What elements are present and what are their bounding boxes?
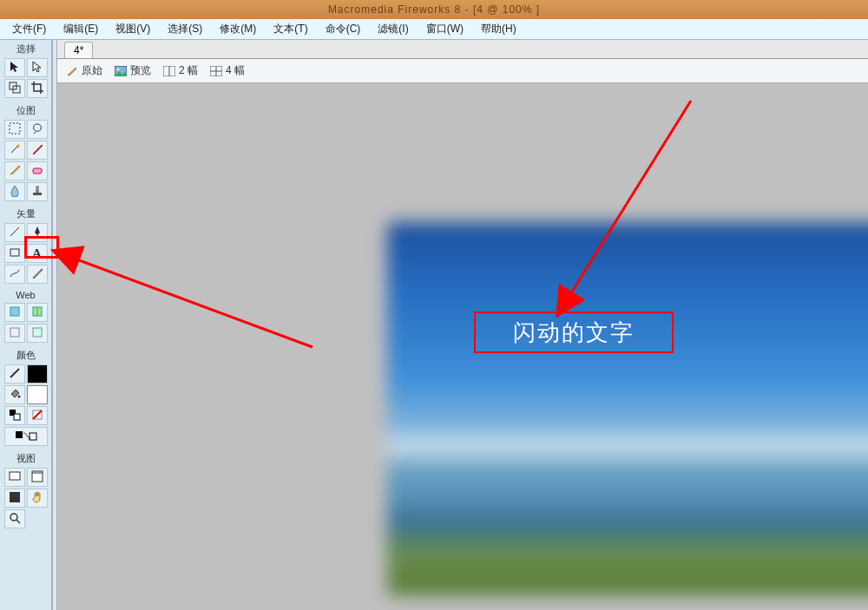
lasso-icon: [31, 122, 43, 137]
pencil-stroke-icon: [9, 367, 21, 382]
blur-tool[interactable]: [4, 182, 25, 201]
eraser-icon: [31, 164, 43, 179]
menu-edit[interactable]: 编辑(E): [55, 20, 107, 38]
menu-view[interactable]: 视图(V): [107, 20, 159, 38]
fill-swatch[interactable]: [27, 385, 48, 404]
svg-rect-21: [30, 433, 36, 440]
bucket-icon: [9, 388, 21, 403]
menu-file[interactable]: 文件(F): [3, 20, 55, 38]
screen-standard-icon: [9, 470, 21, 485]
magic-wand-tool[interactable]: [4, 141, 25, 160]
show-slices-tool[interactable]: [27, 324, 48, 343]
document-tab[interactable]: 4*: [64, 42, 93, 58]
text-tool[interactable]: A: [27, 244, 48, 263]
document-tab-bar: 4*: [57, 40, 868, 59]
svg-rect-5: [36, 189, 39, 193]
view-tab-original[interactable]: 原始: [66, 63, 102, 78]
stroke-color[interactable]: [4, 364, 25, 384]
rectangle-tool[interactable]: [4, 244, 25, 263]
lasso-tool[interactable]: [27, 120, 48, 139]
rubber-stamp-tool[interactable]: [27, 182, 48, 201]
menu-text[interactable]: 文本(T): [265, 20, 316, 38]
hide-slices-icon: [9, 326, 21, 341]
no-color[interactable]: [27, 406, 48, 425]
view-tab-label: 原始: [82, 63, 102, 78]
hand-icon: [31, 491, 43, 506]
toolbox-section-colors: 颜色: [0, 346, 51, 363]
freeform-icon: [9, 267, 21, 282]
svg-rect-23: [32, 471, 43, 482]
svg-rect-25: [10, 492, 20, 502]
marquee-tool[interactable]: [4, 120, 25, 139]
pen-tool[interactable]: [27, 223, 48, 242]
toolbox-section-vector: 矢量: [0, 205, 51, 221]
pointer-tool[interactable]: [4, 58, 25, 77]
canvas-text-content: 闪动的文字: [513, 318, 635, 348]
menu-window[interactable]: 窗口(W): [418, 20, 472, 38]
svg-rect-11: [33, 307, 42, 316]
full-screen-menus-tool[interactable]: [27, 468, 48, 487]
svg-line-19: [33, 410, 42, 419]
subselect-tool[interactable]: [27, 58, 48, 77]
swap-colors[interactable]: [4, 427, 48, 446]
slice-icon: [31, 305, 43, 320]
view-tab-4up[interactable]: 4 幅: [210, 63, 245, 78]
knife-tool[interactable]: [27, 265, 48, 284]
toolbox-section-bitmap: 位图: [0, 102, 51, 118]
menu-commands[interactable]: 命令(C): [317, 20, 370, 38]
menu-select[interactable]: 选择(S): [159, 20, 211, 38]
crop-icon: [31, 82, 43, 96]
canvas-text-object[interactable]: 闪动的文字: [474, 312, 674, 353]
view-tab-label: 2 幅: [179, 63, 198, 78]
screen-full-icon: [9, 491, 21, 506]
toolbox: 选择 位图: [0, 40, 52, 610]
svg-point-29: [117, 68, 120, 70]
scale-icon: [9, 82, 21, 96]
canvas-background-image: [387, 222, 868, 595]
hotspot-icon: [9, 305, 21, 320]
hotspot-tool[interactable]: [4, 303, 25, 322]
view-tab-label: 预览: [130, 63, 151, 78]
eraser-tool[interactable]: [27, 161, 48, 180]
view-tab-preview[interactable]: 预览: [115, 63, 151, 78]
hand-tool[interactable]: [27, 489, 48, 508]
stamp-icon: [31, 185, 43, 200]
pencil-icon: [9, 164, 21, 179]
menu-bar: 文件(F) 编辑(E) 视图(V) 选择(S) 修改(M) 文本(T) 命令(C…: [0, 19, 868, 40]
toolbox-section-view: 视图: [0, 449, 51, 466]
svg-rect-10: [10, 307, 19, 316]
hide-slices-tool[interactable]: [4, 324, 25, 343]
stroke-swatch[interactable]: [27, 364, 48, 384]
svg-rect-14: [33, 328, 42, 337]
marquee-icon: [9, 122, 21, 137]
magic-wand-icon: [9, 143, 21, 158]
svg-point-26: [10, 514, 17, 521]
svg-point-15: [17, 395, 20, 397]
default-colors-icon: [9, 409, 21, 423]
zoom-tool[interactable]: [4, 509, 25, 528]
line-tool[interactable]: [4, 223, 25, 242]
slice-tool[interactable]: [27, 303, 48, 322]
svg-rect-9: [10, 249, 19, 256]
freeform-tool[interactable]: [4, 265, 25, 284]
blur-icon: [9, 185, 21, 200]
scale-tool[interactable]: [4, 79, 25, 98]
canvas[interactable]: 闪动的文字: [57, 83, 868, 610]
brush-tool[interactable]: [27, 141, 48, 160]
crop-tool[interactable]: [27, 79, 48, 98]
default-colors[interactable]: [4, 406, 25, 425]
toolbox-section-web: Web: [0, 287, 51, 301]
view-tab-2up[interactable]: 2 幅: [163, 63, 198, 78]
fill-color[interactable]: [4, 385, 25, 404]
pencil-tool[interactable]: [4, 161, 25, 180]
text-icon: A: [32, 246, 42, 261]
workspace: 选择 位图: [0, 40, 868, 610]
menu-help[interactable]: 帮助(H): [472, 20, 525, 38]
svg-rect-16: [10, 410, 16, 416]
full-screen-tool[interactable]: [4, 489, 25, 508]
svg-rect-4: [33, 193, 42, 195]
menu-modify[interactable]: 修改(M): [211, 20, 265, 38]
menu-filters[interactable]: 滤镜(I): [369, 20, 417, 38]
standard-screen-tool[interactable]: [4, 468, 25, 487]
svg-rect-20: [16, 431, 23, 438]
